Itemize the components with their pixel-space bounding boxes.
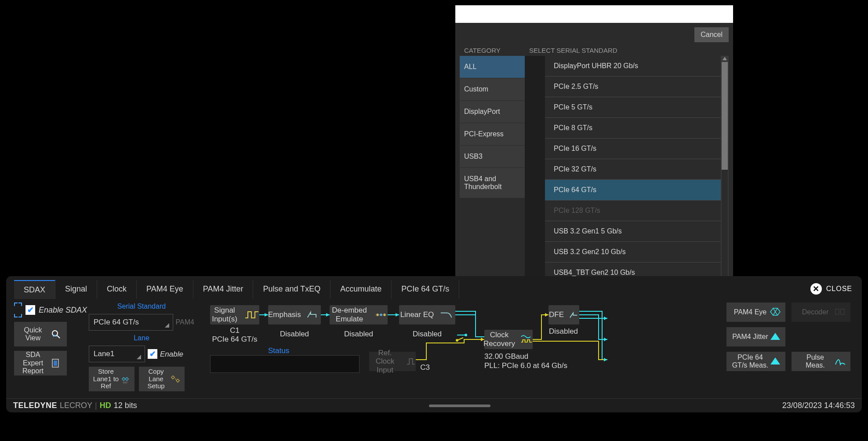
emphasis-node[interactable]: Emphasis <box>268 305 321 324</box>
status-display <box>210 355 360 373</box>
category-item[interactable]: USB3 <box>460 146 525 168</box>
svg-text:REF: REF <box>123 381 128 384</box>
switch-icon <box>455 332 468 344</box>
store-lane-button[interactable]: Store Lane1 to Ref REF <box>89 367 134 391</box>
signal-inputs-node[interactable]: Signal Input(s) <box>210 305 259 324</box>
svg-marker-14 <box>604 338 607 341</box>
standard-item[interactable]: PCIe 2.5 GT/s <box>545 77 721 97</box>
status-label: Status <box>268 346 289 355</box>
clock-recovery-info: 32.00 GBaud PLL: PCIe 6.0 at 64 Gb/s <box>484 352 567 371</box>
sda-expert-report-button[interactable]: SDA Expert Report <box>14 351 67 375</box>
category-item[interactable]: Custom <box>460 78 525 101</box>
enable-sdax-checkbox[interactable]: ✔ <box>25 305 35 315</box>
meas-triangle-icon <box>770 357 781 366</box>
deembed-node[interactable]: De-embed Emulate <box>330 305 388 324</box>
category-item[interactable]: USB4 and Thunderbolt <box>460 168 525 198</box>
magnifier-icon <box>50 328 62 340</box>
lineareq-node[interactable]: Linear EQ <box>399 305 455 324</box>
tab-pcie-64-gt-s[interactable]: PCIe 64 GT/s <box>392 280 459 299</box>
dialog-body: Cancel CATEGORY SELECT SERIAL STANDARD A… <box>455 23 733 283</box>
lane-enable-checkbox[interactable]: ✔ <box>148 349 157 359</box>
svg-marker-17 <box>545 313 548 317</box>
category-item[interactable]: PCI-Express <box>460 123 525 146</box>
lane-label: Lane <box>89 334 194 342</box>
clock-pulse-icon <box>406 356 416 367</box>
enable-sdax-row[interactable]: ✔ Enable SDAX <box>14 303 89 317</box>
tab-bar: SDAXSignalClockPAM4 EyePAM4 JitterPulse … <box>6 281 862 298</box>
pam4-eye-button[interactable]: PAM4 Eye <box>726 303 785 322</box>
standard-header: SELECT SERIAL STANDARD <box>525 45 729 56</box>
brand-bits: 12 bits <box>114 401 137 410</box>
resize-handle[interactable] <box>429 405 490 407</box>
standard-scrollbar[interactable] <box>721 56 729 283</box>
serial-standard-dialog: Cancel CATEGORY SELECT SERIAL STANDARD A… <box>450 0 738 288</box>
waveform-icon <box>244 309 259 321</box>
brand-lecroy: LECROY <box>60 401 92 410</box>
clock-recovery-node[interactable]: Clock Recovery <box>484 330 533 349</box>
dfe-icon <box>569 309 579 321</box>
emphasis-icon <box>306 309 321 321</box>
tab-signal[interactable]: Signal <box>55 280 97 299</box>
pam4-jitter-button[interactable]: PAM4 Jitter <box>726 327 785 346</box>
svg-rect-27 <box>841 309 844 314</box>
ref-clock-node[interactable]: Ref. Clock Input <box>369 352 416 371</box>
standard-item[interactable]: PCIe 128 GT/s <box>545 200 721 221</box>
svg-marker-13 <box>604 317 607 320</box>
standard-item[interactable]: PCIe 8 GT/s <box>545 118 721 138</box>
focus-bracket-icon <box>14 303 22 317</box>
lane-enable-row[interactable]: ✔ Enable <box>148 349 183 359</box>
deembed-sub: Disabled <box>330 330 388 339</box>
standard-item[interactable]: PCIe 64 GT/s <box>545 180 721 200</box>
tab-clock[interactable]: Clock <box>97 280 137 299</box>
dfe-sub: Disabled <box>541 327 585 336</box>
standard-item[interactable]: PCIe 16 GT/s <box>545 138 721 159</box>
pcie-meas-button[interactable]: PCIe 64 GT/s Meas. <box>726 352 785 371</box>
close-button[interactable]: ✕ CLOSE <box>810 283 852 295</box>
svg-marker-10 <box>265 313 268 317</box>
brand-teledyne: TELEDYNE <box>13 401 57 410</box>
category-header: CATEGORY <box>460 45 525 56</box>
category-item[interactable]: DisplayPort <box>460 101 525 123</box>
cancel-button[interactable]: Cancel <box>694 27 729 42</box>
jitter-icon <box>770 332 781 342</box>
category-list: ALLCustomDisplayPortPCI-ExpressUSB3USB4 … <box>460 56 525 283</box>
deembed-icon <box>374 309 388 321</box>
clock-recovery-icon <box>520 334 534 345</box>
copy-icon <box>170 373 181 385</box>
standard-list: DisplayPort UHBR 20 Gb/sPCIe 2.5 GT/sPCI… <box>545 56 721 283</box>
pulse-meas-button[interactable]: Pulse Meas. <box>792 352 850 371</box>
standard-item[interactable]: DisplayPort UHBR 20 Gb/s <box>545 56 721 77</box>
lineareq-sub: Disabled <box>399 330 455 339</box>
serial-standard-label: Serial Standard <box>89 303 194 310</box>
svg-point-23 <box>465 334 467 336</box>
svg-line-1 <box>57 335 60 338</box>
standard-item[interactable]: PCIe 5 GT/s <box>545 97 721 118</box>
tab-pam4-eye[interactable]: PAM4 Eye <box>137 280 193 299</box>
quick-view-button[interactable]: Quick View <box>14 322 67 346</box>
close-icon: ✕ <box>810 283 822 295</box>
svg-marker-12 <box>396 313 399 317</box>
report-icon <box>50 357 62 369</box>
dfe-node[interactable]: DFE <box>548 305 579 324</box>
tab-pulse-and-txeq[interactable]: Pulse and TxEQ <box>253 280 330 299</box>
category-item[interactable]: ALL <box>460 56 525 78</box>
decoder-button[interactable]: Decoder <box>792 303 850 322</box>
timestamp: 23/08/2023 14:46:53 <box>782 401 855 410</box>
dialog-titlebar[interactable] <box>455 5 733 23</box>
lane-enable-label: Enable <box>160 350 183 358</box>
emphasis-sub: Disabled <box>268 330 321 339</box>
copy-lane-button[interactable]: Copy Lane Setup <box>139 367 185 391</box>
serial-standard-select[interactable]: PCIe 64 GT/s <box>89 314 173 331</box>
lane-select[interactable]: Lane1 <box>89 346 145 362</box>
tab-accumulate[interactable]: Accumulate <box>330 280 392 299</box>
tab-sdax[interactable]: SDAX <box>14 280 55 299</box>
enable-sdax-label: Enable SDAX <box>39 306 87 314</box>
standard-item[interactable]: USB 3.2 Gen2 10 Gb/s <box>545 242 721 262</box>
decoder-icon <box>835 307 846 317</box>
standard-item[interactable]: PCIe 32 GT/s <box>545 159 721 180</box>
pulse-icon <box>835 357 846 366</box>
tab-pam4-jitter[interactable]: PAM4 Jitter <box>193 280 254 299</box>
signal-inputs-sub1: C1 <box>210 326 259 335</box>
store-icon: REF <box>120 373 131 385</box>
standard-item[interactable]: USB 3.2 Gen1 5 Gb/s <box>545 221 721 242</box>
